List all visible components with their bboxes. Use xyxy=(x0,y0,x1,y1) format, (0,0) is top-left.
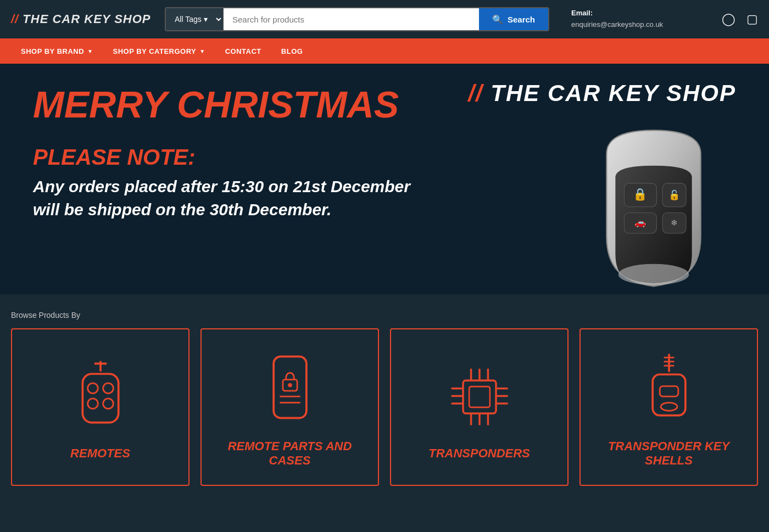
browse-card-remote-parts[interactable]: REMOTE PARTS AND CASES xyxy=(200,328,379,486)
logo-text: THE CAR KEY SHOP xyxy=(23,12,151,26)
site-logo[interactable]: // THE CAR KEY SHOP xyxy=(11,12,154,26)
svg-rect-39 xyxy=(653,374,686,416)
transponders-label: TRANSPONDERS xyxy=(428,446,530,461)
hero-note-text: Any orders placed after 15:30 on 21st De… xyxy=(33,175,417,221)
nav-contact[interactable]: CONTACT xyxy=(215,38,271,64)
cart-icon[interactable]: ▢ xyxy=(746,12,758,26)
key-shells-icon xyxy=(636,351,702,428)
svg-text:❄: ❄ xyxy=(671,218,678,227)
key-shells-label: TRANSPONDER KEY SHELLS xyxy=(592,439,746,468)
remote-parts-label: REMOTE PARTS AND CASES xyxy=(213,439,367,468)
svg-rect-21 xyxy=(463,380,496,413)
browse-card-remotes[interactable]: REMOTES xyxy=(11,328,190,486)
svg-point-14 xyxy=(87,399,98,409)
transponder-icon xyxy=(447,359,512,435)
search-bar: All Tags ▾ 🔍 Search xyxy=(165,7,549,31)
search-input[interactable] xyxy=(224,8,479,30)
nav-blog[interactable]: BLOG xyxy=(271,38,313,64)
remote-parts-icon xyxy=(257,351,323,428)
nav-shop-by-brand[interactable]: SHOP BY BRAND ▼ xyxy=(11,38,103,64)
hero-banner: MERRY CHRISTMAS // THE CAR KEY SHOP PLEA… xyxy=(0,64,769,294)
search-icon: 🔍 xyxy=(492,14,503,25)
search-button[interactable]: 🔍 Search xyxy=(479,8,548,30)
brand-name: THE CAR KEY SHOP xyxy=(491,80,736,106)
svg-text:🔒: 🔒 xyxy=(633,187,648,201)
account-icon[interactable]: ◯ xyxy=(722,12,735,26)
remote-icon xyxy=(68,359,133,435)
svg-rect-40 xyxy=(660,386,678,396)
chevron-down-icon: ▼ xyxy=(87,48,93,54)
browse-grid: REMOTES REMOTE PARTS AND CASES xyxy=(11,328,758,486)
svg-point-13 xyxy=(103,383,113,394)
svg-point-12 xyxy=(87,383,98,394)
nav-bar: SHOP BY BRAND ▼ SHOP BY CATERGORY ▼ CONT… xyxy=(0,38,769,64)
chevron-down-icon: ▼ xyxy=(199,48,205,54)
tag-select[interactable]: All Tags ▾ xyxy=(166,8,224,30)
email-value: enquiries@carkeyshop.co.uk xyxy=(571,19,663,31)
svg-text:🚗: 🚗 xyxy=(634,217,647,228)
browse-card-key-shells[interactable]: TRANSPONDER KEY SHELLS xyxy=(579,328,758,486)
header: // THE CAR KEY SHOP All Tags ▾ 🔍 Search … xyxy=(0,0,769,38)
hero-brand: // THE CAR KEY SHOP xyxy=(468,80,736,107)
header-icons: ◯ ▢ xyxy=(722,12,758,26)
svg-text:🔓: 🔓 xyxy=(668,189,681,201)
svg-point-8 xyxy=(618,264,689,285)
browse-label: Browse Products By xyxy=(11,311,758,320)
svg-point-41 xyxy=(661,402,677,411)
email-label: Email: xyxy=(571,8,663,19)
header-email: Email: enquiries@carkeyshop.co.uk xyxy=(571,8,663,31)
remote-label: REMOTES xyxy=(70,446,130,461)
svg-rect-11 xyxy=(82,374,118,423)
browse-section: Browse Products By REMOTES xyxy=(0,294,769,502)
nav-shop-by-category[interactable]: SHOP BY CATERGORY ▼ xyxy=(103,38,215,64)
brand-slash: // xyxy=(468,80,483,106)
logo-slash: // xyxy=(11,12,19,26)
svg-point-15 xyxy=(103,399,113,409)
browse-card-transponders[interactable]: TRANSPONDERS xyxy=(390,328,569,486)
svg-point-18 xyxy=(288,383,292,387)
svg-rect-22 xyxy=(469,387,490,407)
car-key-image: 🔒 🔓 🚗 ❄ xyxy=(571,119,736,294)
